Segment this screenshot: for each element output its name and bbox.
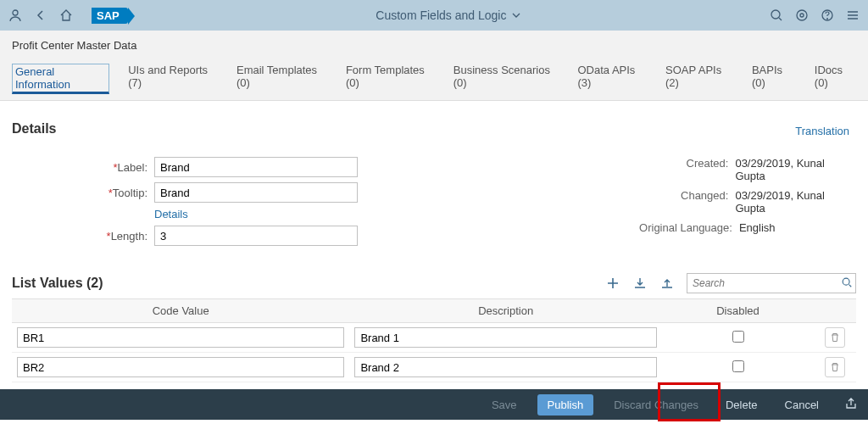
copilot-icon[interactable] [795,8,809,22]
footer-bar: Save Publish Discard Changes Delete Canc… [0,389,868,420]
list-values-title: List Values (2) [12,276,605,291]
label-input[interactable] [154,157,358,177]
length-label: Length: [111,230,147,243]
tooltip-label: Tooltip: [113,187,147,199]
desc-input[interactable] [354,357,657,377]
tab-email-templates[interactable]: Email Templates (0) [236,64,327,100]
disabled-checkbox[interactable] [732,331,744,343]
list-search-input[interactable] [687,273,856,293]
search-icon[interactable] [770,8,783,22]
svg-point-2 [797,10,807,20]
desc-input[interactable] [354,327,657,348]
search-icon[interactable] [841,276,853,291]
sap-logo: SAP [92,8,128,24]
changed-label: Changed: [451,189,736,215]
disabled-checkbox[interactable] [732,360,744,372]
user-icon[interactable] [8,8,22,22]
page-title: Profit Center Master Data [12,39,856,52]
discard-button[interactable]: Discard Changes [607,395,705,415]
details-section-title: Details [12,121,856,137]
delete-row-button[interactable] [825,327,845,348]
svg-point-5 [826,18,827,19]
help-icon[interactable] [821,8,834,22]
tab-business-scenarios[interactable]: Business Scenarios (0) [453,64,559,100]
svg-point-0 [13,10,18,15]
tooltip-input[interactable] [154,182,358,203]
svg-point-6 [843,278,849,285]
length-input[interactable] [154,226,358,246]
content: Translation Details *Label: *Tooltip: De… [0,121,868,382]
add-icon[interactable] [605,276,620,291]
lang-label: Original Language: [451,221,739,234]
delete-button[interactable]: Delete [719,395,765,415]
save-button[interactable]: Save [485,395,524,415]
col-disabled: Disabled [662,299,814,323]
upload-icon[interactable] [659,276,675,291]
table-row [12,353,856,382]
subheader: Profit Center Master Data General Inform… [0,31,868,101]
created-label: Created: [451,157,736,182]
tab-odata-apis[interactable]: OData APIs (3) [577,64,647,100]
tab-bapis[interactable]: BAPIs (0) [752,64,796,100]
home-icon[interactable] [59,8,73,22]
tab-bar: General Information UIs and Reports (7) … [12,64,856,100]
tab-uis-and-reports[interactable]: UIs and Reports (7) [128,64,218,100]
details-link[interactable]: Details [154,208,188,220]
created-value: 03/29/2019, Kunal Gupta [735,157,856,182]
tab-soap-apis[interactable]: SOAP APIs (2) [665,64,733,100]
chevron-down-icon [511,10,521,20]
lang-value: English [739,221,776,234]
svg-point-1 [771,10,780,19]
col-code: Code Value [12,299,349,323]
back-icon[interactable] [34,8,47,22]
label-label: Label: [118,161,147,174]
translation-link[interactable]: Translation [795,125,849,137]
menu-icon[interactable] [846,8,860,22]
shell-bar: SAP Custom Fields and Logic [0,0,868,31]
app-title-text: Custom Fields and Logic [376,8,506,22]
publish-button[interactable]: Publish [537,394,594,415]
tab-general-information[interactable]: General Information [12,64,109,94]
svg-point-3 [800,14,804,17]
app-title[interactable]: Custom Fields and Logic [128,8,770,22]
download-icon[interactable] [632,276,648,291]
col-desc: Description [349,299,662,323]
tab-idocs[interactable]: IDocs (0) [815,64,856,100]
code-input[interactable] [17,357,344,377]
code-input[interactable] [17,327,344,348]
list-values-table: Code Value Description Disabled [12,298,856,382]
cancel-button[interactable]: Cancel [778,395,826,415]
share-icon[interactable] [844,397,858,413]
delete-row-button[interactable] [825,357,845,377]
changed-value: 03/29/2019, Kunal Gupta [735,189,856,215]
table-row [12,323,856,353]
tab-form-templates[interactable]: Form Templates (0) [346,64,435,100]
